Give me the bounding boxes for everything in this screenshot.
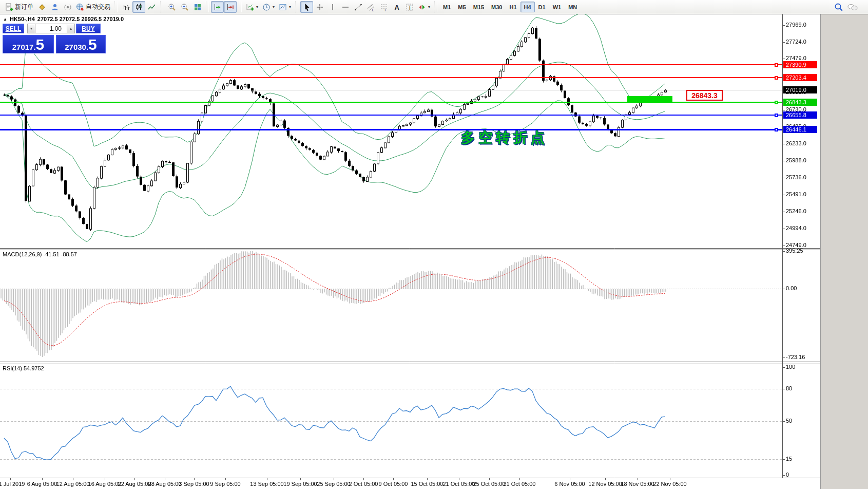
symbol-header: ▲ HK50-,H4 27072.5 27072.5 26926.5 27019… xyxy=(3,16,124,22)
price-axis-tick: 25246.0 xyxy=(786,208,806,214)
date-axis-label: 12 Aug 05:00 xyxy=(56,481,90,487)
autotrading-button[interactable]: 自动交易 xyxy=(74,1,112,13)
zoom-in-icon xyxy=(168,3,176,11)
indicators-list-button[interactable]: ▾ xyxy=(244,1,260,13)
cursor-button[interactable] xyxy=(300,1,313,13)
volume-decrease-button[interactable]: ▼ xyxy=(27,24,35,33)
arrows-caret-icon: ▾ xyxy=(428,5,430,9)
text-button[interactable]: A xyxy=(390,1,403,13)
text-icon: A xyxy=(393,3,401,11)
toolbar: 新订单自动交易▾▾▾EFAT▾M1M5M15M30H1H4D1W1MN xyxy=(0,0,868,14)
rsi-indicator-label: RSI(14) 54.9752 xyxy=(3,365,44,371)
rsi-axis-tick: 100 xyxy=(786,364,795,370)
date-axis-label: 15 Oct 05:00 xyxy=(411,481,443,487)
date-axis-label: 6 Aug 05:00 xyxy=(27,481,57,487)
periods-button[interactable]: ▾ xyxy=(260,1,277,13)
text-label-button[interactable]: T xyxy=(403,1,416,13)
symbol-name: HK50-,H4 xyxy=(10,16,35,22)
date-axis-label: 16 Aug 05:00 xyxy=(88,481,122,487)
bar-chart-button[interactable] xyxy=(120,1,132,13)
timeframe-d1-button[interactable]: D1 xyxy=(535,2,549,12)
toolbar-separator xyxy=(434,2,437,12)
styles-button[interactable] xyxy=(35,1,48,13)
crosshair-icon xyxy=(316,3,324,11)
search-button[interactable] xyxy=(832,1,845,13)
templates-caret-icon: ▾ xyxy=(289,5,291,9)
volume-input[interactable] xyxy=(35,24,67,33)
templates-button[interactable]: ▾ xyxy=(277,1,293,13)
fibonacci-retracement-icon: F xyxy=(380,3,388,11)
chart-canvas[interactable] xyxy=(0,0,868,489)
rsi-axis-tick: 80 xyxy=(786,385,792,391)
price-level-badge: 26843.3 xyxy=(783,99,817,106)
ohlc-values: 27072.5 27072.5 26926.5 27019.0 xyxy=(37,16,124,22)
line-chart-button[interactable] xyxy=(145,1,158,13)
macd-axis-tick: 0.00 xyxy=(786,285,797,291)
svg-text:F: F xyxy=(384,8,387,11)
price-tag-label[interactable]: 26843.3 xyxy=(686,90,723,101)
date-axis-label: 9 Sep 05:00 xyxy=(210,481,240,487)
signals-icon xyxy=(64,3,72,11)
date-axis-label: 19 Sep 05:00 xyxy=(283,481,317,487)
toolbar-right-group xyxy=(832,1,860,13)
styles-icon xyxy=(38,3,46,11)
date-axis-label: 3 Sep 05:00 xyxy=(179,481,209,487)
timeframe-w1-button[interactable]: W1 xyxy=(549,2,565,12)
trendline-button[interactable] xyxy=(352,1,364,13)
timeframe-mn-button[interactable]: MN xyxy=(565,2,581,12)
cursor-icon xyxy=(303,3,311,11)
timeframe-m5-button[interactable]: M5 xyxy=(454,2,469,12)
auto-scroll-button[interactable] xyxy=(211,1,224,13)
timeframe-m15-button[interactable]: M15 xyxy=(470,2,488,12)
turning-point-annotation[interactable]: 多空转折点 xyxy=(461,128,548,147)
timeframe-m30-button[interactable]: M30 xyxy=(488,2,506,12)
dock-area xyxy=(820,14,868,489)
chart-shift-button[interactable] xyxy=(224,1,237,13)
date-axis-label: 12 Nov 05:00 xyxy=(588,481,622,487)
toolbar-separator xyxy=(160,2,163,12)
tile-windows-button[interactable] xyxy=(191,1,204,13)
macd-axis-tick: -723.16 xyxy=(786,354,805,360)
price-axis-tick: 25491.0 xyxy=(786,191,806,197)
arrows-button[interactable]: ▾ xyxy=(416,1,432,13)
sell-price-display[interactable]: 27017.5 xyxy=(3,35,54,53)
signals-button[interactable] xyxy=(61,1,74,13)
horizontal-line-button[interactable] xyxy=(339,1,352,13)
zoom-in-button[interactable] xyxy=(165,1,178,13)
vertical-line-icon xyxy=(329,3,337,11)
crosshair-button[interactable] xyxy=(313,1,326,13)
equidistant-channel-button[interactable]: E xyxy=(364,1,377,13)
buy-price-display[interactable]: 27030.5 xyxy=(56,35,106,53)
arrows-icon xyxy=(418,3,426,11)
auto-scroll-icon xyxy=(214,3,222,11)
vertical-line-button[interactable] xyxy=(326,1,339,13)
chat-button[interactable] xyxy=(845,1,860,13)
fibonacci-retracement-button[interactable]: F xyxy=(377,1,390,13)
date-axis-label: 2 Oct 05:00 xyxy=(349,481,378,487)
periods-icon xyxy=(262,3,271,11)
candlestick-chart-button[interactable] xyxy=(132,1,145,13)
buy-button[interactable]: BUY xyxy=(76,24,101,33)
indicators-list-caret-icon: ▾ xyxy=(256,5,258,9)
collapse-panel-icon[interactable]: ▲ xyxy=(3,17,7,22)
community-button[interactable] xyxy=(48,1,61,13)
svg-text:T: T xyxy=(408,4,412,10)
timeframe-h1-button[interactable]: H1 xyxy=(506,2,520,12)
date-axis-label: 13 Sep 05:00 xyxy=(250,481,283,487)
timeframe-h4-button[interactable]: H4 xyxy=(520,2,535,12)
date-axis-label: 22 Aug 05:00 xyxy=(118,481,151,487)
volume-increase-button[interactable]: ▲ xyxy=(67,24,75,33)
search-icon xyxy=(834,3,843,12)
date-axis-label: 31 Oct 05:00 xyxy=(504,481,536,487)
zoom-out-icon xyxy=(181,3,189,11)
date-axis-label: 25 Sep 05:00 xyxy=(317,481,350,487)
new-order-button[interactable]: 新订单 xyxy=(3,1,35,13)
rsi-axis-tick: 50 xyxy=(786,418,792,424)
macd-axis-tick: 395.25 xyxy=(786,248,803,254)
price-level-badge: 27390.9 xyxy=(783,61,817,68)
date-axis-label: 9 Oct 05:00 xyxy=(379,481,408,487)
price-level-badge: 27203.4 xyxy=(783,74,817,81)
timeframe-m1-button[interactable]: M1 xyxy=(439,2,454,12)
sell-button[interactable]: SELL xyxy=(3,24,24,33)
zoom-out-button[interactable] xyxy=(178,1,191,13)
